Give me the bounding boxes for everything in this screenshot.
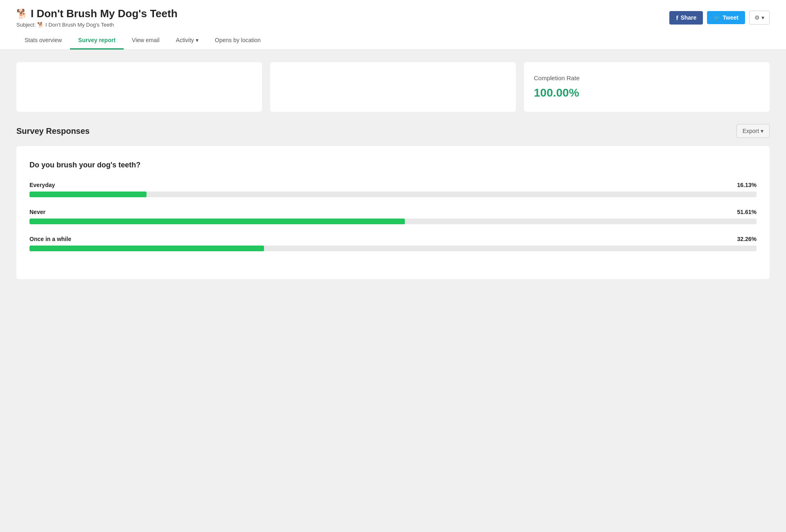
survey-card: Do you brush your dog's teeth? Everyday … [16, 146, 770, 279]
dog-icon: 🐕 [16, 9, 27, 19]
twitter-icon: 🐦 [714, 15, 720, 21]
survey-question: Do you brush your dog's teeth? [29, 161, 757, 169]
answer-once-pct: 32.26% [737, 236, 757, 242]
completion-rate-label: Completion Rate [534, 74, 760, 81]
title-text: I Don't Brush My Dog's Teeth [31, 7, 178, 20]
nav-tabs: Stats overview Survey report View email … [16, 32, 770, 50]
export-label: Export ▾ [743, 128, 763, 134]
answer-never-row: Never 51.61% [29, 209, 757, 215]
settings-button[interactable]: ⚙ ▾ [749, 11, 770, 25]
answer-never-label: Never [29, 209, 45, 215]
page-title: 🐕 I Don't Brush My Dog's Teeth [16, 7, 178, 20]
stat-card-3: Completion Rate 100.00% [524, 62, 770, 112]
answer-never-pct: 51.61% [737, 209, 757, 215]
subject-line: Subject: 🐕 I Don't Brush My Dog's Teeth [16, 22, 178, 28]
subject-emoji: 🐕 [37, 22, 44, 28]
stat-card-1 [16, 62, 262, 112]
answer-everyday-bar-track [29, 192, 757, 197]
tab-survey-report[interactable]: Survey report [70, 32, 124, 50]
tweet-button[interactable]: 🐦 Tweet [707, 11, 745, 24]
gear-icon: ⚙ [754, 14, 760, 21]
tweet-label: Tweet [723, 14, 739, 21]
answer-once-in-a-while: Once in a while 32.26% [29, 236, 757, 251]
export-button[interactable]: Export ▾ [736, 124, 770, 138]
share-button[interactable]: f Share [669, 11, 703, 25]
title-area: 🐕 I Don't Brush My Dog's Teeth Subject: … [16, 7, 178, 28]
answer-everyday-row: Everyday 16.13% [29, 182, 757, 188]
answer-never-bar-track [29, 219, 757, 224]
tab-stats-overview[interactable]: Stats overview [16, 32, 70, 50]
header-top: 🐕 I Don't Brush My Dog's Teeth Subject: … [16, 7, 770, 28]
main-content: Completion Rate 100.00% Survey Responses… [0, 50, 786, 291]
tab-opens-by-location[interactable]: Opens by location [207, 32, 269, 50]
answer-once-bar-fill [29, 246, 264, 251]
completion-rate-value: 100.00% [534, 86, 760, 99]
subject-text: I Don't Brush My Dog's Teeth [45, 22, 114, 28]
tab-view-email[interactable]: View email [124, 32, 167, 50]
answer-everyday-pct: 16.13% [737, 182, 757, 188]
answer-everyday: Everyday 16.13% [29, 182, 757, 197]
facebook-icon: f [676, 14, 678, 21]
survey-responses-title: Survey Responses [16, 126, 90, 136]
settings-arrow-icon: ▾ [761, 14, 764, 21]
answer-everyday-bar-fill [29, 192, 147, 197]
answer-once-label: Once in a while [29, 236, 71, 242]
page-header: 🐕 I Don't Brush My Dog's Teeth Subject: … [0, 0, 786, 50]
answer-everyday-label: Everyday [29, 182, 55, 188]
answer-never: Never 51.61% [29, 209, 757, 224]
answer-once-row: Once in a while 32.26% [29, 236, 757, 242]
share-label: Share [680, 14, 696, 21]
answer-once-bar-track [29, 246, 757, 251]
answer-never-bar-fill [29, 219, 405, 224]
stats-cards: Completion Rate 100.00% [16, 62, 770, 112]
section-header: Survey Responses Export ▾ [16, 124, 770, 138]
stat-card-2 [270, 62, 516, 112]
subject-label: Subject: [16, 22, 36, 28]
tab-activity[interactable]: Activity ▾ [168, 32, 207, 50]
header-actions: f Share 🐦 Tweet ⚙ ▾ [669, 11, 770, 25]
